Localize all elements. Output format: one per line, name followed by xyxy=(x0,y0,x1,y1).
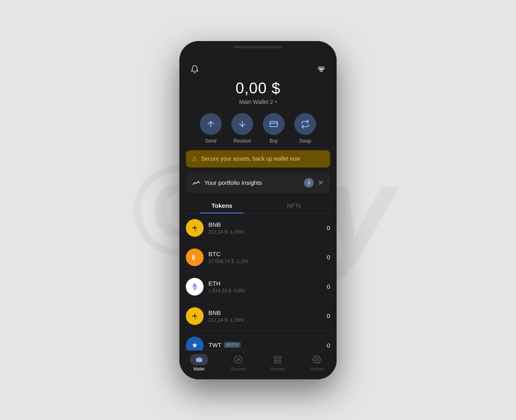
swap-icon-circle xyxy=(294,113,316,135)
filter-button[interactable] xyxy=(314,62,329,77)
buy-label: Buy xyxy=(270,138,278,144)
wallet-selector[interactable]: Main Wallet 2 ▾ xyxy=(239,99,277,105)
twt-name: TWT BEP20 xyxy=(208,341,327,348)
btc-logo-icon: ₿ xyxy=(189,252,200,263)
swap-arrows-icon xyxy=(301,120,310,128)
bnb2-icon xyxy=(186,307,204,325)
bnb2-logo-icon xyxy=(189,311,200,321)
nav-wallet[interactable]: Wallet xyxy=(179,354,219,371)
wallet-nav-icon-circle xyxy=(190,354,208,365)
bell-icon xyxy=(190,65,199,74)
btc-icon: ₿ xyxy=(186,248,204,266)
token-item-btc[interactable]: ₿ BTC 27 039,74 $ -1,3% 0 xyxy=(186,243,330,272)
browser-nav-label: Browser xyxy=(270,367,285,371)
svg-rect-8 xyxy=(270,121,277,126)
twt-badge: BEP20 xyxy=(224,342,240,348)
buy-icon-circle xyxy=(263,113,285,135)
nav-discover[interactable]: Discover xyxy=(219,354,258,371)
discover-nav-label: Discover xyxy=(231,367,246,371)
bnb1-info: BNB 311,24 $ -1,28% xyxy=(208,221,327,235)
insights-badge: 3 xyxy=(304,178,314,188)
wallet-name: Main Wallet 2 xyxy=(239,99,273,105)
btc-balance: 0 xyxy=(327,254,330,261)
bottom-navigation: Wallet Discover xyxy=(179,350,337,379)
bnb-logo-icon xyxy=(189,223,200,233)
send-button[interactable]: Send xyxy=(200,113,222,144)
btc-price: 27 039,74 $ -1,3% xyxy=(208,259,327,264)
action-buttons: Send Receive xyxy=(179,112,337,150)
discover-compass-icon xyxy=(234,355,243,364)
bnb2-price: 311,24 $ -1,28% xyxy=(208,317,327,323)
insights-right: 3 ✕ xyxy=(304,178,324,188)
bnb-icon xyxy=(186,219,204,237)
bnb2-name: BNB xyxy=(208,309,327,316)
twt-balance: 0 xyxy=(327,342,330,349)
bnb1-price: 311,24 $ -1,28% xyxy=(208,229,327,235)
receive-button[interactable]: Receive xyxy=(231,113,253,144)
discover-nav-icon xyxy=(233,354,244,365)
eth-icon xyxy=(186,278,204,296)
filter-icon xyxy=(317,65,326,74)
token-item-eth[interactable]: ETH 1 814,23 $ -0,8% 0 xyxy=(186,272,330,302)
eth-info: ETH 1 814,23 $ -0,8% xyxy=(208,280,327,294)
token-item-bnb2[interactable]: BNB 311,24 $ -1,28% 0 xyxy=(186,302,330,331)
twt-logo-icon xyxy=(189,340,200,350)
status-bar xyxy=(179,41,337,59)
token-item-bnb1[interactable]: BNB 311,24 $ -1,28% 0 xyxy=(186,213,330,243)
insights-close-button[interactable]: ✕ xyxy=(318,178,324,187)
svg-rect-20 xyxy=(275,360,277,362)
warning-text: Secure your assets, back up wallet now xyxy=(201,155,300,162)
receive-label: Receive xyxy=(233,138,251,144)
settings-gear-icon xyxy=(312,355,321,364)
svg-marker-17 xyxy=(237,358,240,361)
twt-info: TWT BEP20 xyxy=(208,341,327,350)
bell-button[interactable] xyxy=(187,62,202,77)
tab-nfts[interactable]: NFTs xyxy=(258,198,330,213)
browser-grid-icon xyxy=(273,355,282,364)
eth-balance: 0 xyxy=(327,283,330,290)
nav-browser[interactable]: Browser xyxy=(258,354,298,371)
portfolio-insights-card[interactable]: Your portfolio insights 3 ✕ xyxy=(186,172,330,193)
nav-settings[interactable]: Settings xyxy=(298,354,337,371)
send-icon-circle xyxy=(200,113,222,135)
receive-arrow-icon xyxy=(238,120,247,128)
twt-icon xyxy=(186,337,204,350)
swap-button[interactable]: Swap xyxy=(294,113,316,144)
send-label: Send xyxy=(205,138,216,144)
settings-nav-label: Settings xyxy=(310,367,324,371)
btc-name: BTC xyxy=(208,250,327,257)
bnb2-balance: 0 xyxy=(327,312,330,319)
insights-label: Your portfolio insights xyxy=(204,179,262,186)
token-nft-tabs: Tokens NFTs xyxy=(186,198,330,213)
balance-amount: 0,00 $ xyxy=(235,80,281,97)
balance-section: 0,00 $ Main Wallet 2 ▾ xyxy=(179,77,337,112)
token-item-twt[interactable]: TWT BEP20 0 xyxy=(186,331,330,350)
swap-label: Swap xyxy=(299,138,311,144)
svg-point-22 xyxy=(316,358,318,361)
browser-nav-icon xyxy=(272,354,283,365)
app-header xyxy=(179,59,337,77)
btc-info: BTC 27 039,74 $ -1,3% xyxy=(208,250,327,264)
eth-name: ETH xyxy=(208,280,327,287)
svg-text:₿: ₿ xyxy=(192,254,195,260)
warning-banner[interactable]: ⚠ Secure your assets, back up wallet now xyxy=(186,150,330,168)
page-background: ©pty xyxy=(0,0,516,420)
wallet-nav-icon xyxy=(196,356,203,363)
screen: 0,00 $ Main Wallet 2 ▾ Send xyxy=(179,41,337,379)
settings-nav-icon xyxy=(311,354,322,365)
wallet-chevron-icon: ▾ xyxy=(275,99,277,104)
bnb1-name: BNB xyxy=(208,221,327,228)
token-list: BNB 311,24 $ -1,28% 0 ₿ xyxy=(179,213,337,350)
buy-card-icon xyxy=(269,120,278,128)
insights-chart-icon xyxy=(192,180,200,186)
eth-logo-icon xyxy=(189,281,200,292)
send-arrow-icon xyxy=(206,120,215,128)
warning-icon: ⚠ xyxy=(191,155,197,163)
svg-rect-21 xyxy=(279,360,281,362)
phone-shell: 0,00 $ Main Wallet 2 ▾ Send xyxy=(179,41,337,379)
svg-rect-18 xyxy=(275,356,277,358)
tab-tokens[interactable]: Tokens xyxy=(186,198,258,213)
buy-button[interactable]: Buy xyxy=(263,113,285,144)
wallet-nav-label: Wallet xyxy=(194,367,204,371)
bnb1-balance: 0 xyxy=(327,224,330,231)
